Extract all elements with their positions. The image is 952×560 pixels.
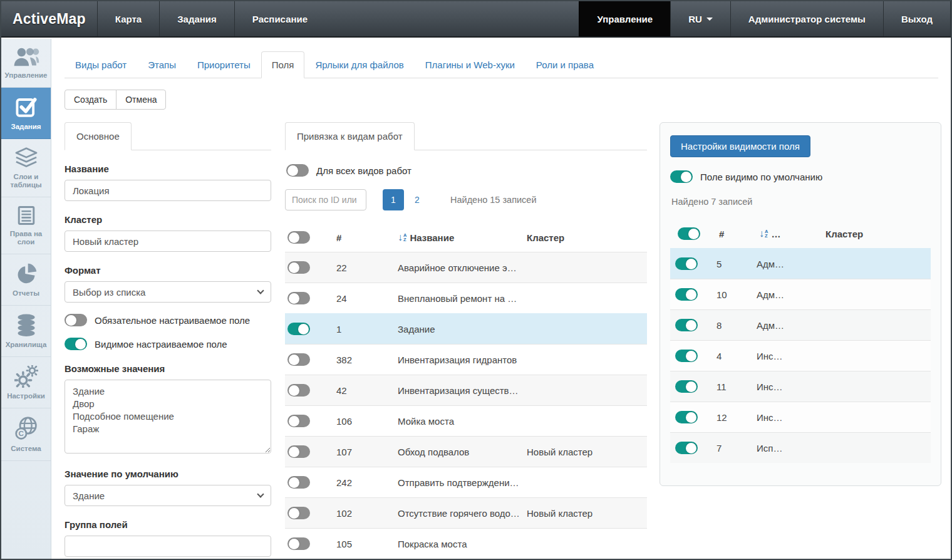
row-toggle[interactable] bbox=[675, 257, 698, 270]
cluster-column-header[interactable]: Кластер bbox=[825, 229, 931, 239]
row-toggle[interactable] bbox=[287, 507, 310, 519]
row-name: Инс… bbox=[757, 351, 823, 361]
name-column-header[interactable]: ↓AZ… bbox=[759, 229, 825, 239]
table-row[interactable]: 242 Отправить подтверждени… bbox=[285, 467, 647, 497]
id-column-header[interactable]: # bbox=[719, 229, 759, 239]
table-row[interactable]: 105 Покраска моста bbox=[285, 528, 647, 559]
row-toggle[interactable] bbox=[675, 411, 698, 423]
field-group-field[interactable] bbox=[65, 536, 271, 557]
current-user[interactable]: Администратор системы bbox=[730, 1, 883, 36]
row-toggle[interactable] bbox=[287, 323, 310, 335]
row-toggle[interactable] bbox=[675, 288, 698, 301]
row-toggle[interactable] bbox=[287, 292, 310, 304]
logout-button[interactable]: Выход bbox=[883, 1, 951, 36]
sidebar-item-layer-rights[interactable]: Права на слои bbox=[1, 197, 51, 254]
search-input[interactable] bbox=[285, 189, 366, 210]
table-row[interactable]: 1 Задание bbox=[285, 313, 647, 344]
table-row[interactable]: 24 Внеплановый ремонт на … bbox=[285, 283, 647, 313]
row-name: Инс… bbox=[757, 412, 823, 423]
id-column-header[interactable]: # bbox=[336, 232, 398, 243]
sidebar-item-reports[interactable]: Отчеты bbox=[1, 254, 51, 306]
row-name: Исп… bbox=[757, 443, 823, 454]
row-toggle[interactable] bbox=[675, 442, 698, 454]
logout-label: Выход bbox=[901, 14, 933, 24]
possible-values-textarea[interactable]: Здание Двор Подсобное помещение Гараж bbox=[65, 380, 271, 454]
table-row[interactable]: 11 Инс… bbox=[670, 371, 931, 402]
table-row[interactable]: 102 Отсутствие горячего водо… Новый клас… bbox=[285, 497, 647, 528]
tab-plugins-webhooks[interactable]: Плагины и Web-хуки bbox=[415, 51, 525, 78]
row-toggle[interactable] bbox=[675, 380, 698, 393]
sidebar-item-storage[interactable]: Хранилища bbox=[1, 306, 51, 357]
sidebar-item-administration[interactable]: Управление bbox=[1, 39, 51, 88]
table-row[interactable]: 106 Мойка моста bbox=[285, 405, 647, 436]
header-toggle[interactable] bbox=[287, 231, 310, 244]
row-toggle[interactable] bbox=[287, 445, 310, 458]
table-row[interactable]: 42 Инвентаризация существ… bbox=[285, 375, 647, 405]
page-button-2[interactable]: 2 bbox=[406, 189, 428, 210]
row-id: 1 bbox=[336, 324, 398, 334]
table-row[interactable]: 12 Инс… bbox=[670, 402, 931, 432]
create-button[interactable]: Создать bbox=[65, 90, 116, 110]
topnav-schedule[interactable]: Расписание bbox=[234, 1, 325, 36]
sidebar-item-label: Права на слои bbox=[4, 230, 48, 246]
table-row[interactable]: 7 Исп… bbox=[670, 432, 931, 463]
sidebar-item-system[interactable]: C Система bbox=[1, 408, 51, 461]
all-work-types-toggle[interactable] bbox=[286, 164, 309, 177]
row-name: Адм… bbox=[757, 320, 823, 331]
cancel-button[interactable]: Отмена bbox=[116, 90, 166, 110]
table-row[interactable]: 382 Инвентаризация гидрантов bbox=[285, 344, 647, 375]
name-field[interactable] bbox=[65, 180, 271, 201]
row-toggle[interactable] bbox=[287, 476, 310, 489]
header-toggle[interactable] bbox=[678, 227, 700, 240]
required-field-toggle[interactable] bbox=[65, 314, 87, 326]
row-toggle[interactable] bbox=[287, 384, 310, 397]
tab-work-types[interactable]: Виды работ bbox=[65, 51, 137, 78]
topnav-administration[interactable]: Управление bbox=[579, 1, 670, 36]
table-row[interactable]: 22 Аварийное отключение э… bbox=[285, 252, 647, 283]
row-toggle[interactable] bbox=[675, 319, 698, 331]
globe-c-icon: C bbox=[14, 417, 39, 440]
format-select[interactable]: Выбор из списка bbox=[65, 281, 271, 303]
tab-priorities[interactable]: Приоритеты bbox=[187, 51, 261, 78]
field-visibility-settings-button[interactable]: Настройки видимости поля bbox=[670, 135, 810, 157]
table-row[interactable]: 5 Адм… bbox=[670, 248, 931, 279]
app-logo: ActiveMap bbox=[1, 1, 97, 36]
tab-file-labels[interactable]: Ярлыки для файлов bbox=[304, 51, 414, 78]
tab-general[interactable]: Основное bbox=[65, 122, 132, 150]
language-dropdown[interactable]: RU bbox=[670, 1, 730, 36]
row-toggle[interactable] bbox=[287, 353, 310, 366]
cluster-field[interactable] bbox=[65, 231, 271, 252]
app-window: ActiveMap Карта Задания Расписание Управ… bbox=[0, 0, 952, 560]
row-toggle[interactable] bbox=[287, 537, 310, 550]
table-row[interactable]: 107 Обход подвалов Новый кластер bbox=[285, 436, 647, 467]
language-label: RU bbox=[688, 14, 702, 24]
row-toggle[interactable] bbox=[675, 350, 698, 362]
sidebar-item-layers[interactable]: Слои и таблицы bbox=[1, 139, 51, 197]
row-toggle[interactable] bbox=[287, 415, 310, 427]
sidebar-item-settings[interactable]: Настройки bbox=[1, 357, 51, 408]
tab-work-type-binding[interactable]: Привязка к видам работ bbox=[285, 122, 415, 150]
topnav-tasks[interactable]: Задания bbox=[159, 1, 234, 36]
default-value-select[interactable]: Здание bbox=[65, 485, 271, 506]
page-button-1[interactable]: 1 bbox=[383, 189, 404, 210]
row-id: 5 bbox=[717, 259, 757, 269]
row-name: Обход подвалов bbox=[398, 447, 527, 457]
sidebar-item-tasks[interactable]: Задания bbox=[1, 88, 51, 139]
table-row[interactable]: 4 Инс… bbox=[670, 340, 931, 371]
visible-field-toggle-label: Видимое настраиваемое поле bbox=[95, 339, 227, 350]
topnav-administration-label: Управление bbox=[597, 14, 653, 24]
name-column-header[interactable]: ↓AZНазвание bbox=[398, 232, 527, 243]
tab-stages[interactable]: Этапы bbox=[137, 51, 187, 78]
table-row[interactable]: 8 Адм… bbox=[670, 309, 931, 340]
row-toggle[interactable] bbox=[287, 261, 310, 274]
visible-field-toggle[interactable] bbox=[65, 338, 87, 350]
tab-fields[interactable]: Поля bbox=[261, 51, 305, 78]
topnav-map[interactable]: Карта bbox=[97, 1, 159, 36]
tab-roles-rights[interactable]: Роли и права bbox=[525, 51, 604, 78]
gears-icon bbox=[14, 365, 38, 388]
visibility-table: # ↓AZ… Кластер 5 Адм… 10 Адм… 8 Адм… 4 И… bbox=[670, 219, 931, 463]
cluster-column-header[interactable]: Кластер bbox=[527, 232, 647, 243]
field-visible-by-default-toggle[interactable] bbox=[670, 170, 693, 183]
sidebar-item-label: Настройки bbox=[7, 392, 45, 400]
table-row[interactable]: 10 Адм… bbox=[670, 279, 931, 309]
